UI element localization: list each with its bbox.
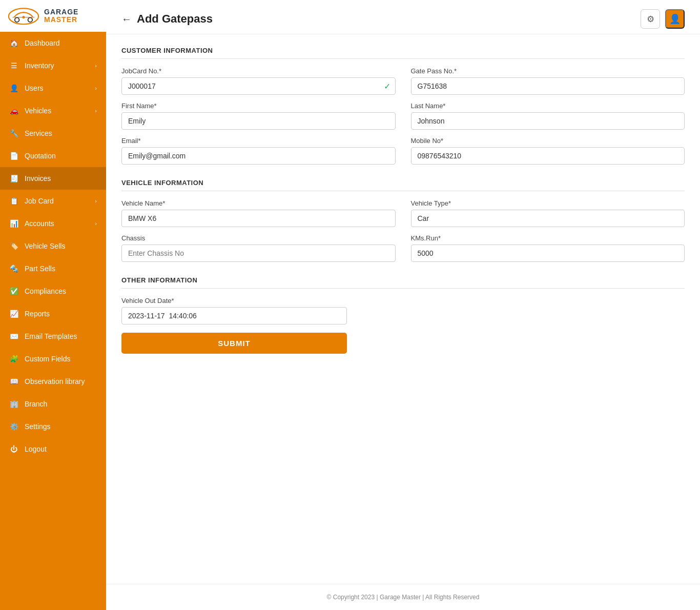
sidebar-item-inventory[interactable]: ☰ Inventory › bbox=[0, 54, 106, 77]
kmsrun-row: KMs.Run* bbox=[411, 234, 685, 262]
submit-button[interactable]: SUBMIT bbox=[121, 333, 347, 354]
jobcard-input-wrapper: ✓ bbox=[121, 77, 396, 95]
page-title-area: ← Add Gatepass bbox=[121, 12, 213, 26]
vehicleoutdate-row: Vehicle Out Date* bbox=[121, 297, 347, 324]
customfields-icon: 🧩 bbox=[9, 354, 18, 363]
sidebar-label-reports: Reports bbox=[25, 310, 50, 318]
other-section-title: OTHER INFORMATION bbox=[121, 276, 685, 289]
sidebar-label-users: Users bbox=[25, 84, 44, 92]
chassis-row: Chassis bbox=[121, 234, 396, 262]
chevron-right-icon: › bbox=[95, 220, 97, 227]
sidebar-label-quotation: Quotation bbox=[25, 152, 56, 160]
svg-point-1 bbox=[15, 17, 19, 22]
kmsrun-input[interactable] bbox=[411, 245, 685, 262]
lastname-label: Last Name* bbox=[411, 102, 685, 110]
sidebar-item-settings[interactable]: ⚙️ Settings bbox=[0, 415, 106, 438]
sidebar-item-customfields[interactable]: 🧩 Custom Fields bbox=[0, 348, 106, 370]
sidebar-item-partsells[interactable]: 🔩 Part Sells bbox=[0, 257, 106, 280]
customer-information-section: CUSTOMER INFORMATION JobCard No.* ✓ Gate… bbox=[121, 47, 685, 165]
logo-car-icon bbox=[8, 6, 39, 26]
page-title: Add Gatepass bbox=[137, 12, 213, 26]
sidebar-item-compliances[interactable]: ✅ Compliances bbox=[0, 280, 106, 302]
chevron-right-icon: › bbox=[95, 63, 97, 69]
firstname-label: First Name* bbox=[121, 102, 396, 110]
logo-text: GARAGE MASTER bbox=[44, 8, 78, 24]
reports-icon: 📈 bbox=[9, 309, 18, 318]
user-icon: 👤 bbox=[669, 13, 681, 25]
sidebar-item-emailtemplates[interactable]: ✉️ Email Templates bbox=[0, 325, 106, 348]
email-row: Email* bbox=[121, 137, 396, 165]
sidebar-label-invoices: Invoices bbox=[25, 174, 51, 182]
firstname-input[interactable] bbox=[121, 112, 396, 130]
footer: © Copyright 2023 | Garage Master | All R… bbox=[106, 584, 700, 610]
vehiclesells-icon: 🏷️ bbox=[9, 241, 18, 251]
mobile-input[interactable] bbox=[411, 147, 685, 165]
customer-section-title: CUSTOMER INFORMATION bbox=[121, 47, 685, 59]
compliances-icon: ✅ bbox=[9, 287, 18, 296]
vehiclename-label: Vehicle Name* bbox=[121, 199, 396, 207]
chevron-right-icon: › bbox=[95, 198, 97, 204]
email-input[interactable] bbox=[121, 147, 396, 165]
sidebar-label-branch: Branch bbox=[25, 400, 47, 408]
back-button[interactable]: ← bbox=[121, 13, 132, 25]
settings-button[interactable]: ⚙ bbox=[641, 9, 660, 29]
emailtemplates-icon: ✉️ bbox=[9, 332, 18, 341]
sidebar-item-observationlibrary[interactable]: 📖 Observation library bbox=[0, 370, 106, 393]
vehicletype-row: Vehicle Type* bbox=[411, 199, 685, 227]
sidebar-item-services[interactable]: 🔧 Services bbox=[0, 122, 106, 145]
sidebar-item-branch[interactable]: 🏢 Branch bbox=[0, 393, 106, 415]
users-icon: 👤 bbox=[9, 84, 18, 93]
vehicle-information-section: VEHICLE INFORMATION Vehicle Name* Vehicl… bbox=[121, 179, 685, 262]
vehicletype-input[interactable] bbox=[411, 210, 685, 227]
lastname-input[interactable] bbox=[411, 112, 685, 130]
sidebar-item-reports[interactable]: 📈 Reports bbox=[0, 302, 106, 325]
sidebar-label-observationlibrary: Observation library bbox=[25, 377, 85, 385]
logo-area: GARAGE MASTER bbox=[0, 0, 106, 32]
other-form-grid: Vehicle Out Date* bbox=[121, 297, 347, 324]
sidebar-item-logout[interactable]: ⏻ Logout bbox=[0, 438, 106, 460]
sidebar-item-accounts[interactable]: 📊 Accounts › bbox=[0, 212, 106, 235]
mobile-label: Mobile No* bbox=[411, 137, 685, 145]
jobcard-row: JobCard No.* ✓ bbox=[121, 67, 396, 95]
sidebar-label-customfields: Custom Fields bbox=[25, 355, 70, 363]
sidebar-label-vehiclesells: Vehicle Sells bbox=[25, 242, 65, 250]
footer-text: © Copyright 2023 | Garage Master | All R… bbox=[327, 594, 480, 601]
sidebar-label-compliances: Compliances bbox=[25, 287, 66, 295]
other-information-section: OTHER INFORMATION Vehicle Out Date* SUBM… bbox=[121, 276, 685, 354]
sidebar-label-inventory: Inventory bbox=[25, 62, 54, 70]
logout-icon: ⏻ bbox=[9, 444, 18, 454]
page-header: ← Add Gatepass ⚙ 👤 bbox=[106, 0, 700, 34]
home-icon: 🏠 bbox=[9, 38, 18, 48]
vehicles-icon: 🚗 bbox=[9, 106, 18, 115]
services-icon: 🔧 bbox=[9, 129, 18, 138]
sidebar-label-partsells: Part Sells bbox=[25, 265, 55, 273]
vehiclename-input[interactable] bbox=[121, 210, 396, 227]
header-actions: ⚙ 👤 bbox=[641, 9, 685, 29]
sidebar-item-vehicles[interactable]: 🚗 Vehicles › bbox=[0, 99, 106, 122]
kmsrun-label: KMs.Run* bbox=[411, 234, 685, 242]
jobcard-label: JobCard No.* bbox=[121, 67, 396, 75]
vehicletype-label: Vehicle Type* bbox=[411, 199, 685, 207]
sidebar-item-vehiclesells[interactable]: 🏷️ Vehicle Sells bbox=[0, 235, 106, 257]
sidebar-item-dashboard[interactable]: 🏠 Dashboard bbox=[0, 32, 106, 54]
logo-garage: GARAGE bbox=[44, 8, 78, 16]
vehiclename-row: Vehicle Name* bbox=[121, 199, 396, 227]
jobcard-input[interactable] bbox=[121, 77, 396, 95]
chassis-label: Chassis bbox=[121, 234, 396, 242]
email-label: Email* bbox=[121, 137, 396, 145]
chassis-input[interactable] bbox=[121, 245, 396, 262]
sidebar-item-jobcard[interactable]: 📋 Job Card › bbox=[0, 190, 106, 212]
invoices-icon: 🧾 bbox=[9, 174, 18, 183]
gatepass-input[interactable] bbox=[411, 77, 685, 95]
firstname-row: First Name* bbox=[121, 102, 396, 130]
sidebar-item-users[interactable]: 👤 Users › bbox=[0, 77, 106, 99]
sidebar-label-dashboard: Dashboard bbox=[25, 39, 60, 47]
sidebar: GARAGE MASTER 🏠 Dashboard ☰ Inventory › … bbox=[0, 0, 106, 610]
jobcard-icon: 📋 bbox=[9, 196, 18, 206]
vehicleoutdate-input[interactable] bbox=[121, 307, 347, 324]
sidebar-item-invoices[interactable]: 🧾 Invoices bbox=[0, 167, 106, 190]
vehicleoutdate-label: Vehicle Out Date* bbox=[121, 297, 347, 304]
user-button[interactable]: 👤 bbox=[665, 9, 685, 29]
quotation-icon: 📄 bbox=[9, 151, 18, 160]
sidebar-item-quotation[interactable]: 📄 Quotation bbox=[0, 145, 106, 167]
